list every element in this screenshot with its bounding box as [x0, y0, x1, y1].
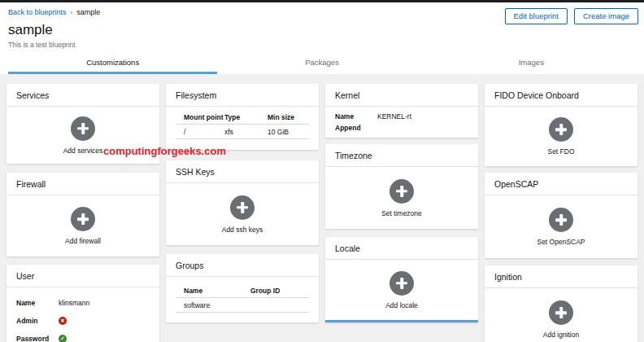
cell-type: xfs: [224, 128, 268, 136]
card-title-user: User: [7, 265, 159, 287]
card-title-timezone: Timezone: [325, 144, 478, 167]
card-firewall: Firewall Add firewall: [7, 173, 159, 256]
add-plus-icon: [549, 300, 573, 325]
breadcrumb-separator: ›: [71, 9, 73, 16]
col-header-type: Type: [224, 113, 268, 121]
card-title-locale: Locale: [325, 237, 478, 260]
card-user: User Name klinsmann Admin Password: [7, 265, 159, 342]
blueprint-detail-page: Back to blueprints › sample Edit bluepri…: [0, 0, 644, 342]
add-services-label: Add services: [63, 147, 103, 155]
add-plus-icon: [389, 271, 414, 296]
cell-min-size: 10 GiB: [268, 128, 309, 136]
card-services: Services Add services: [7, 84, 159, 164]
card-kernel: Kernel Name KERNEL-rt Append: [325, 84, 478, 138]
user-admin-label: Admin: [16, 317, 59, 325]
set-openscap-button[interactable]: Set OpenSCAP: [485, 195, 637, 258]
kernel-details-list: Name KERNEL-rt Append: [325, 107, 478, 138]
groups-table-header: Name Group ID: [176, 277, 309, 298]
card-title-kernel: Kernel: [325, 84, 478, 107]
kernel-name-label: Name: [335, 112, 377, 121]
kernel-append-label: Append: [335, 124, 377, 132]
add-firewall-label: Add firewall: [65, 237, 101, 245]
set-fdo-label: Set FDO: [547, 147, 574, 156]
page-title: sample: [8, 22, 636, 38]
col-header-min-size: Min size: [268, 113, 309, 121]
add-ssh-keys-button[interactable]: Add ssh keys: [166, 183, 319, 245]
add-plus-icon: [549, 117, 573, 142]
card-title-ssh-keys: SSH Keys: [166, 160, 319, 183]
filesystem-table-header: Mount point Type Min size: [176, 107, 309, 125]
card-timezone: Timezone Set timezone: [325, 144, 478, 229]
user-details-list: Name klinsmann Admin Password SSH key: [7, 287, 159, 342]
customizations-grid: Services Add services Firewall Add firew…: [0, 74, 644, 342]
card-ssh-keys: SSH Keys Add ssh keys: [166, 160, 319, 245]
add-locale-button[interactable]: Add locale: [325, 260, 478, 320]
breadcrumb-current: sample: [76, 8, 100, 16]
user-row-name: Name klinsmann: [16, 294, 150, 312]
card-title-fido: FIDO Device Onboard: [485, 84, 637, 107]
column-4: FIDO Device Onboard Set FDO OpenSCAP Set…: [485, 84, 637, 342]
card-title-services: Services: [7, 84, 159, 107]
page-subtitle: This is a test blueprint: [8, 41, 636, 49]
column-2: Filesystem Mount point Type Min size / x…: [166, 84, 319, 322]
card-openscap: OpenSCAP Set OpenSCAP: [485, 173, 637, 258]
card-locale: Locale Add locale: [325, 237, 478, 322]
card-groups: Groups Name Group ID software: [166, 254, 319, 322]
user-row-password: Password: [16, 330, 150, 342]
card-title-ignition: Ignition: [485, 265, 637, 288]
card-fido: FIDO Device Onboard Set FDO: [485, 84, 637, 166]
user-password-label: Password: [16, 335, 59, 342]
user-name-label: Name: [16, 299, 59, 307]
tab-packages[interactable]: Packages: [217, 55, 426, 74]
kernel-row-name: Name KERNEL-rt: [335, 111, 468, 122]
tab-images[interactable]: Images: [427, 55, 636, 74]
kernel-name-value: KERNEL-rt: [377, 112, 411, 121]
set-openscap-label: Set OpenSCAP: [537, 238, 585, 246]
user-name-value: klinsmann: [59, 299, 89, 307]
create-image-button[interactable]: Create image: [574, 8, 638, 24]
edit-blueprint-button[interactable]: Edit blueprint: [505, 8, 568, 24]
set-timezone-button[interactable]: Set timezone: [325, 167, 478, 229]
col-header-mount-point: Mount point: [184, 113, 224, 121]
groups-table: Name Group ID software: [166, 277, 319, 313]
column-3: Kernel Name KERNEL-rt Append Timezone: [325, 84, 478, 322]
tab-customizations[interactable]: Customizations: [8, 55, 217, 74]
add-plus-icon: [389, 179, 414, 204]
card-title-firewall: Firewall: [7, 173, 159, 195]
column-1: Services Add services Firewall Add firew…: [7, 84, 159, 342]
check-icon: [59, 335, 67, 342]
tab-bar: Customizations Packages Images: [8, 55, 636, 74]
kernel-row-append: Append: [335, 122, 468, 134]
cell-mount-point: /: [184, 128, 224, 136]
filesystem-table: Mount point Type Min size / xfs 10 GiB: [166, 107, 319, 139]
cell-group-name: software: [184, 301, 250, 309]
add-ignition-button[interactable]: Add ignition: [485, 288, 637, 342]
add-plus-icon: [71, 116, 95, 141]
card-title-groups: Groups: [166, 254, 319, 277]
set-fdo-button[interactable]: Set FDO: [485, 107, 637, 166]
card-title-openscap: OpenSCAP: [485, 173, 637, 195]
back-to-blueprints-link[interactable]: Back to blueprints: [8, 8, 67, 16]
add-firewall-button[interactable]: Add firewall: [7, 195, 159, 256]
user-row-admin: Admin: [16, 312, 150, 330]
add-plus-icon: [549, 208, 573, 232]
add-services-button[interactable]: Add services: [7, 107, 159, 164]
card-title-filesystem: Filesystem: [166, 84, 319, 107]
add-plus-icon: [71, 207, 95, 231]
page-header: Back to blueprints › sample Edit bluepri…: [0, 2, 644, 74]
col-header-group-id: Group ID: [250, 287, 309, 295]
card-ignition: Ignition Add ignition: [485, 265, 637, 342]
add-ignition-label: Add ignition: [543, 331, 579, 339]
denied-icon: [59, 317, 67, 325]
header-actions: Edit blueprint Create image: [505, 8, 638, 24]
set-timezone-label: Set timezone: [381, 209, 422, 217]
add-ssh-keys-label: Add ssh keys: [222, 226, 263, 234]
add-plus-icon: [230, 195, 255, 220]
add-locale-label: Add locale: [385, 301, 418, 309]
filesystem-table-row: / xfs 10 GiB: [176, 125, 309, 139]
col-header-name: Name: [184, 287, 250, 295]
card-filesystem: Filesystem Mount point Type Min size / x…: [166, 84, 319, 150]
groups-table-row: software: [176, 298, 309, 313]
